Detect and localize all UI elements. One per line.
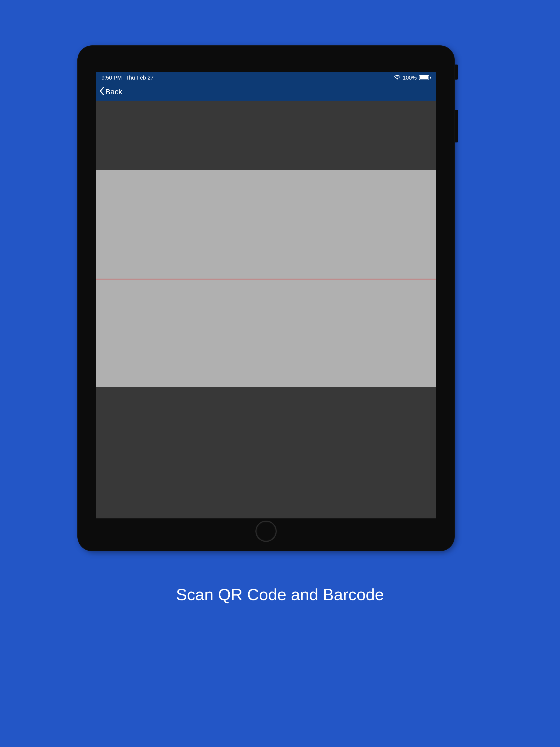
back-button-label: Back bbox=[105, 87, 122, 96]
status-date: Thu Feb 27 bbox=[126, 75, 153, 81]
marketing-caption: Scan QR Code and Barcode bbox=[0, 585, 560, 604]
tablet-volume-button bbox=[455, 110, 458, 143]
status-time: 9:50 PM bbox=[101, 75, 122, 81]
status-bar-left: 9:50 PM Thu Feb 27 bbox=[101, 75, 154, 81]
scanner-viewport[interactable] bbox=[96, 170, 436, 387]
tablet-screen: 9:50 PM Thu Feb 27 100% bbox=[96, 72, 436, 518]
scanner-laser-line bbox=[96, 279, 436, 279]
tablet-side-button bbox=[455, 65, 458, 80]
scanner-content-area bbox=[96, 101, 436, 518]
back-button[interactable]: Back bbox=[99, 87, 122, 97]
home-button[interactable] bbox=[255, 521, 277, 542]
wifi-icon bbox=[394, 75, 401, 81]
chevron-left-icon bbox=[99, 87, 105, 97]
navigation-bar: Back bbox=[96, 83, 436, 101]
tablet-device-frame: 9:50 PM Thu Feb 27 100% bbox=[77, 45, 455, 551]
tablet-body: 9:50 PM Thu Feb 27 100% bbox=[77, 45, 455, 551]
status-bar-right: 100% bbox=[394, 75, 431, 81]
status-bar: 9:50 PM Thu Feb 27 100% bbox=[96, 72, 436, 83]
battery-icon bbox=[419, 75, 431, 80]
battery-percent: 100% bbox=[403, 75, 417, 81]
